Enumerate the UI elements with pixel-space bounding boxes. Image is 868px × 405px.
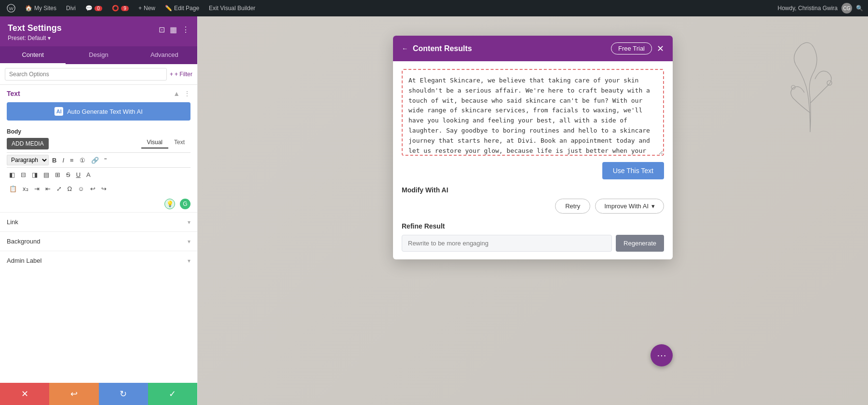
undo-action-button[interactable]: ↩ bbox=[49, 383, 98, 405]
content-result-textarea[interactable] bbox=[402, 69, 664, 156]
regenerate-button[interactable]: Regenerate bbox=[616, 235, 664, 252]
modal-header: ← Content Results Free Trial ✕ bbox=[393, 36, 673, 61]
admin-bar-notifications[interactable]: ⭕ 9 bbox=[110, 0, 131, 16]
blockquote-button[interactable]: " bbox=[102, 155, 109, 165]
filter-button[interactable]: + + Filter bbox=[170, 68, 192, 81]
modal-back-icon[interactable]: ← bbox=[402, 45, 408, 52]
free-trial-button[interactable]: Free Trial bbox=[611, 42, 652, 54]
text-color-button[interactable]: A bbox=[84, 170, 93, 180]
modify-buttons: Retry Improve With AI ▾ bbox=[402, 199, 664, 214]
main-wrap: Text Settings Preset: Default ▾ ⊡ ▦ ⋮ Co… bbox=[0, 16, 868, 405]
editor-tabs: Visual Text bbox=[141, 137, 190, 148]
background-section-title: Background bbox=[7, 238, 40, 245]
admin-bar-exit-builder[interactable]: Exit Visual Builder bbox=[207, 0, 258, 16]
cancel-button[interactable]: ✕ bbox=[0, 383, 49, 405]
more-icon[interactable]: ⋮ bbox=[182, 25, 190, 34]
ai-generate-button[interactable]: AI Auto Generate Text With AI bbox=[7, 102, 190, 121]
unordered-list-button[interactable]: ≡ bbox=[68, 155, 76, 165]
italic-button[interactable]: I bbox=[60, 155, 67, 165]
section-header-icons: ▲ ⋮ bbox=[173, 90, 190, 97]
paste-button[interactable]: 📋 bbox=[7, 184, 19, 194]
admin-bar-my-sites[interactable]: 🏠 My Sites bbox=[23, 0, 58, 16]
underline-button[interactable]: U bbox=[74, 170, 83, 180]
admin-bar-divi[interactable]: Divi bbox=[64, 0, 78, 16]
search-bar: + + Filter bbox=[0, 64, 197, 85]
tab-design[interactable]: Design bbox=[66, 46, 131, 64]
refine-title: Refine Result bbox=[402, 222, 664, 230]
tab-content[interactable]: Content bbox=[0, 46, 66, 64]
admin-label-section[interactable]: Admin Label ▾ bbox=[0, 251, 197, 270]
admin-search-icon[interactable]: 🔍 bbox=[856, 5, 863, 12]
editor-toolbar-row1: Paragraph Heading 1 Heading 2 B I ≡ ① 🔗 … bbox=[7, 152, 190, 168]
tab-advanced[interactable]: Advanced bbox=[132, 46, 197, 64]
admin-bar-right: Howdy, Christina Gwira CG 🔍 bbox=[778, 3, 863, 14]
expand-icon[interactable]: ⊡ bbox=[159, 25, 165, 34]
refine-input[interactable] bbox=[402, 235, 612, 252]
search-input[interactable] bbox=[5, 68, 167, 81]
editor-tab-text[interactable]: Text bbox=[168, 137, 190, 148]
emoji-button[interactable]: ☺ bbox=[75, 184, 86, 194]
paragraph-select[interactable]: Paragraph Heading 1 Heading 2 bbox=[7, 155, 49, 165]
redo-button[interactable]: ↪ bbox=[99, 184, 109, 194]
align-center-button[interactable]: ⊟ bbox=[18, 170, 28, 180]
align-left-button[interactable]: ◧ bbox=[7, 170, 17, 180]
align-right-button[interactable]: ◨ bbox=[29, 170, 40, 180]
editor-tab-visual[interactable]: Visual bbox=[141, 137, 168, 148]
text-section-title: Text bbox=[7, 90, 20, 97]
modify-section: Modify With AI Retry Improve With AI ▾ bbox=[402, 186, 664, 214]
admin-bar-comments[interactable]: 💬 0 bbox=[83, 0, 104, 16]
modal-title: Content Results bbox=[413, 44, 472, 53]
panel-subtitle[interactable]: Preset: Default ▾ bbox=[8, 35, 62, 41]
admin-label-title: Admin Label bbox=[7, 257, 41, 264]
admin-bar-wp-icon[interactable]: W bbox=[5, 0, 17, 16]
section-more-icon[interactable]: ⋮ bbox=[184, 90, 190, 97]
ordered-list-button[interactable]: ① bbox=[77, 155, 88, 165]
admin-bar-edit-page[interactable]: ✏️ Edit Page bbox=[163, 0, 201, 16]
admin-bar-new[interactable]: + New bbox=[136, 0, 157, 16]
link-section[interactable]: Link ▾ bbox=[0, 212, 197, 231]
undo-button[interactable]: ↩ bbox=[88, 184, 98, 194]
subscript-button[interactable]: x₂ bbox=[20, 184, 31, 194]
filter-icon: + bbox=[170, 71, 173, 78]
improve-with-ai-button[interactable]: Improve With AI ▾ bbox=[595, 199, 664, 214]
right-area: ← Content Results Free Trial ✕ Use This … bbox=[198, 16, 868, 405]
panel-title: Text Settings bbox=[8, 23, 62, 33]
link-button[interactable]: 🔗 bbox=[89, 155, 101, 165]
modal: ← Content Results Free Trial ✕ Use This … bbox=[393, 36, 673, 259]
outdent-button[interactable]: ⇤ bbox=[43, 184, 53, 194]
background-section[interactable]: Background ▾ bbox=[0, 231, 197, 251]
admin-avatar: CG bbox=[841, 3, 852, 14]
fab-button[interactable]: ⋯ bbox=[651, 344, 673, 366]
panel-header-icons: ⊡ ▦ ⋮ bbox=[159, 25, 190, 34]
modal-close-icon[interactable]: ✕ bbox=[657, 44, 664, 53]
table-button[interactable]: ⊞ bbox=[53, 170, 63, 180]
strikethrough-button[interactable]: S bbox=[64, 170, 73, 180]
modal-body: Use This Text Modify With AI Retry Impro… bbox=[393, 61, 673, 259]
link-section-title: Link bbox=[7, 218, 18, 226]
my-sites-icon: 🏠 bbox=[25, 5, 32, 12]
grammarly-icon[interactable]: G bbox=[180, 199, 190, 209]
left-panel: Text Settings Preset: Default ▾ ⊡ ▦ ⋮ Co… bbox=[0, 16, 198, 405]
bold-button[interactable]: B bbox=[50, 155, 59, 165]
redo-action-button[interactable]: ↻ bbox=[99, 383, 148, 405]
admin-label-chevron-icon: ▾ bbox=[188, 257, 190, 264]
justify-button[interactable]: ▤ bbox=[41, 170, 52, 180]
special-char-button[interactable]: Ω bbox=[65, 184, 75, 194]
notification-badge: 9 bbox=[121, 6, 129, 11]
modal-header-left: ← Content Results bbox=[402, 44, 472, 53]
collapse-icon[interactable]: ▲ bbox=[173, 90, 180, 97]
background-chevron-icon: ▾ bbox=[188, 238, 190, 245]
retry-button[interactable]: Retry bbox=[555, 199, 590, 214]
ai-assist-icon[interactable]: 💡 bbox=[164, 199, 175, 209]
add-media-button[interactable]: ADD MEDIA bbox=[7, 138, 49, 149]
editor-toolbar-row3: 📋 x₂ ⇥ ⇤ ⤢ Ω ☺ ↩ ↪ bbox=[7, 182, 190, 196]
indent-button[interactable]: ⇥ bbox=[32, 184, 42, 194]
save-button[interactable]: ✓ bbox=[148, 383, 197, 405]
grid-icon[interactable]: ▦ bbox=[170, 25, 177, 34]
comment-badge: 0 bbox=[95, 6, 102, 11]
admin-bar: W 🏠 My Sites Divi 💬 0 ⭕ 9 + New ✏️ Edit … bbox=[0, 0, 868, 16]
body-label: Body bbox=[0, 125, 197, 137]
use-text-button[interactable]: Use This Text bbox=[602, 162, 664, 179]
fullscreen-button[interactable]: ⤢ bbox=[54, 184, 64, 194]
modal-header-right: Free Trial ✕ bbox=[611, 42, 664, 54]
